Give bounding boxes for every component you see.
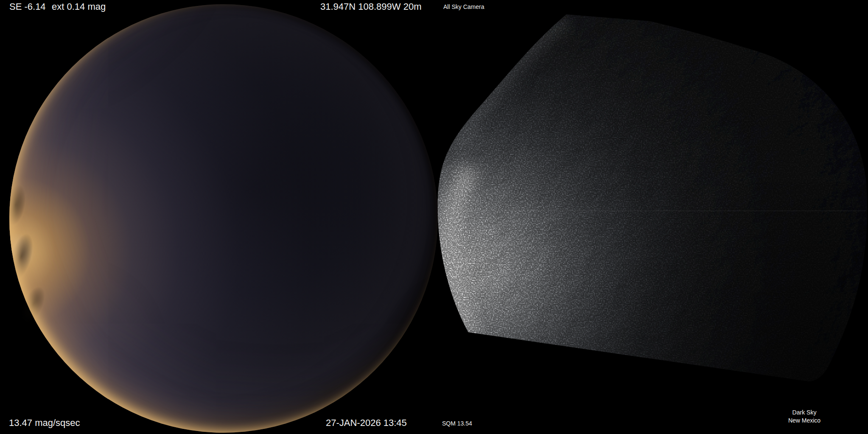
sun-elevation-label: SE -6.14 bbox=[9, 1, 46, 12]
extinction-label: ext 0.14 mag bbox=[52, 1, 106, 12]
timestamp-label: 27-JAN-2026 13:45 bbox=[326, 417, 407, 428]
allsky-camera-viewer: SE -6.14 ext 0.14 mag 31.947N 108.899W 2… bbox=[0, 0, 868, 434]
site-name-block: Dark Sky New Mexico bbox=[772, 409, 837, 425]
cloud-sensor-image bbox=[0, 0, 868, 434]
camera-title-label: All Sky Camera bbox=[443, 3, 484, 10]
site-name-line1: Dark Sky bbox=[772, 409, 837, 417]
sqm-reading-label: SQM 13.54 bbox=[442, 420, 472, 427]
site-name-line2: New Mexico bbox=[772, 417, 837, 425]
sensor-noise bbox=[424, 0, 868, 434]
site-coordinates-label: 31.947N 108.899W 20m bbox=[320, 1, 422, 12]
cloud-sensor-dome bbox=[424, 0, 868, 434]
sky-brightness-label: 13.47 mag/sqsec bbox=[9, 417, 80, 428]
